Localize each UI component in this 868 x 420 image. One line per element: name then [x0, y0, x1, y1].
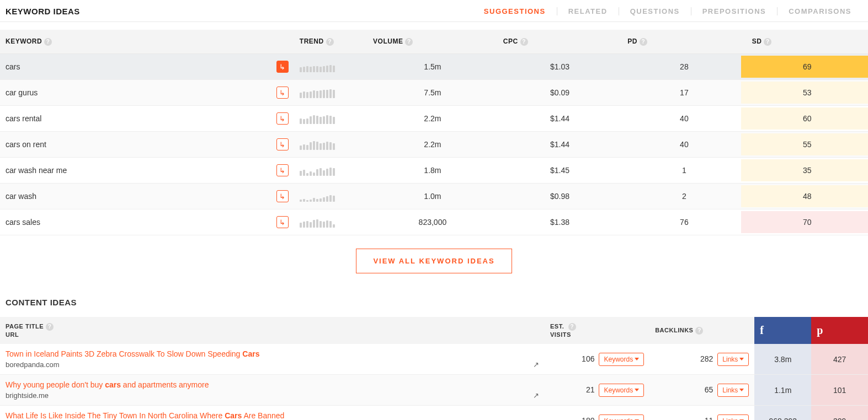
content-ideas-header: CONTENT IDEAS [0, 292, 868, 313]
col-header-keyword[interactable]: KEYWORD? [0, 30, 294, 54]
keyword-ideas-table: KEYWORD? TREND? VOLUME? CPC? PD? SD? car… [0, 30, 868, 235]
tab-comparisons[interactable]: COMPARISONS [778, 7, 862, 15]
volume-value: 1.5m [368, 54, 498, 80]
page-title-link[interactable]: Why young people don't buy cars and apar… [6, 380, 529, 389]
tab-prepositions[interactable]: PREPOSITIONS [691, 7, 778, 15]
view-all-keyword-ideas-button[interactable]: VIEW ALL KEYWORD IDEAS [356, 249, 512, 273]
pd-value: 28 [622, 54, 746, 80]
col-header-volume[interactable]: VOLUME? [368, 30, 498, 54]
section-title: KEYWORD IDEAS [6, 7, 80, 16]
links-button[interactable]: Links [717, 353, 749, 366]
sd-value: 60 [741, 107, 868, 130]
tab-questions[interactable]: QUESTIONS [619, 7, 691, 15]
trend-sparkline [300, 139, 362, 150]
sd-value: 70 [741, 211, 868, 233]
cpc-value: $0.98 [498, 184, 622, 209]
backlinks-value: 11 [705, 416, 713, 420]
help-icon[interactable]: ? [326, 38, 334, 46]
pinterest-shares: 101 [811, 375, 868, 406]
col-header-cpc[interactable]: CPC? [498, 30, 622, 54]
help-icon[interactable]: ? [695, 327, 703, 335]
pd-value: 40 [622, 132, 746, 158]
expand-icon[interactable]: ↳ [276, 164, 289, 176]
col-header-pinterest: p [811, 317, 868, 344]
pd-value: 17 [622, 80, 746, 106]
volume-value: 2.2m [368, 106, 498, 132]
page-title-link[interactable]: Town in Iceland Paints 3D Zebra Crosswal… [6, 349, 529, 358]
keyword-name: cars [6, 62, 276, 71]
external-link-icon[interactable]: ↗ [533, 360, 539, 369]
est-visits-value: 106 [582, 354, 594, 363]
col-header-trend[interactable]: TREND? [294, 30, 368, 54]
cpc-value: $1.44 [498, 132, 622, 158]
links-button[interactable]: Links [717, 414, 749, 420]
col-header-sd[interactable]: SD? [747, 30, 868, 54]
keywords-button[interactable]: Keywords [599, 353, 644, 366]
expand-icon[interactable]: ↳ [276, 190, 289, 202]
page-title-link[interactable]: What Life Is Like Inside The Tiny Town I… [6, 411, 529, 420]
col-header-page-title[interactable]: PAGE TITLE?URL [0, 317, 545, 344]
content-ideas-table: PAGE TITLE?URL EST. ?VISITS BACKLINKS? f… [0, 317, 868, 420]
volume-value: 7.5m [368, 80, 498, 106]
volume-value: 823,000 [368, 209, 498, 235]
facebook-icon: f [760, 324, 764, 336]
help-icon[interactable]: ? [46, 323, 54, 331]
content-row: What Life Is Like Inside The Tiny Town I… [0, 406, 868, 420]
help-icon[interactable]: ? [640, 38, 647, 46]
keyword-name: cars sales [6, 218, 276, 227]
pd-value: 1 [622, 158, 746, 184]
col-header-pd[interactable]: PD? [622, 30, 746, 54]
keyword-row[interactable]: car gurus↳7.5m$0.091753 [0, 80, 868, 106]
trend-sparkline [300, 217, 362, 228]
keywords-button[interactable]: Keywords [599, 414, 644, 420]
col-header-backlinks[interactable]: BACKLINKS? [649, 317, 754, 344]
backlinks-value: 282 [700, 354, 713, 363]
page-url: boredpanda.com [6, 360, 60, 369]
help-icon[interactable]: ? [44, 38, 52, 46]
sd-value: 69 [741, 56, 868, 78]
help-icon[interactable]: ? [764, 38, 771, 46]
tab-related[interactable]: RELATED [557, 7, 619, 15]
expand-icon[interactable]: ↳ [276, 112, 289, 125]
help-icon[interactable]: ? [568, 323, 576, 331]
keyword-tabs: SUGGESTIONSRELATEDQUESTIONSPREPOSITIONSC… [473, 7, 862, 15]
expand-icon[interactable]: ↳ [276, 87, 289, 99]
keyword-row[interactable]: car wash near me↳1.8m$1.45135 [0, 158, 868, 184]
keyword-ideas-header: KEYWORD IDEAS SUGGESTIONSRELATEDQUESTION… [0, 0, 868, 22]
keyword-row[interactable]: cars rental↳2.2m$1.444060 [0, 106, 868, 132]
section-title: CONTENT IDEAS [6, 298, 862, 307]
sd-value: 48 [741, 185, 868, 207]
page-url: brightside.me [6, 391, 49, 400]
keyword-name: car wash [6, 192, 276, 201]
cpc-value: $1.45 [498, 158, 622, 184]
keyword-row[interactable]: car wash↳1.0m$0.98248 [0, 184, 868, 209]
sd-value: 53 [741, 82, 868, 104]
external-link-icon[interactable]: ↗ [533, 391, 539, 400]
col-header-facebook: f [754, 317, 811, 344]
pd-value: 2 [622, 184, 746, 209]
volume-value: 1.8m [368, 158, 498, 184]
tab-suggestions[interactable]: SUGGESTIONS [473, 7, 557, 15]
expand-icon[interactable]: ↳ [276, 61, 289, 73]
est-visits-value: 21 [586, 385, 595, 394]
keyword-name: cars on rent [6, 140, 276, 149]
pd-value: 76 [622, 209, 746, 235]
help-icon[interactable]: ? [520, 38, 528, 46]
cpc-value: $0.09 [498, 80, 622, 106]
pd-value: 40 [622, 106, 746, 132]
keyword-row[interactable]: cars↳1.5m$1.032869 [0, 54, 868, 80]
content-row: Why young people don't buy cars and apar… [0, 375, 868, 406]
volume-value: 2.2m [368, 132, 498, 158]
cpc-value: $1.38 [498, 209, 622, 235]
cpc-value: $1.03 [498, 54, 622, 80]
help-icon[interactable]: ? [405, 38, 413, 46]
keyword-name: cars rental [6, 114, 276, 123]
keyword-row[interactable]: cars on rent↳2.2m$1.444055 [0, 132, 868, 158]
keyword-row[interactable]: cars sales↳823,000$1.387670 [0, 209, 868, 235]
col-header-est-visits[interactable]: EST. ?VISITS [545, 317, 649, 344]
sd-value: 55 [741, 133, 868, 155]
expand-icon[interactable]: ↳ [276, 138, 289, 150]
keywords-button[interactable]: Keywords [599, 384, 644, 397]
expand-icon[interactable]: ↳ [276, 216, 289, 228]
links-button[interactable]: Links [717, 384, 749, 397]
